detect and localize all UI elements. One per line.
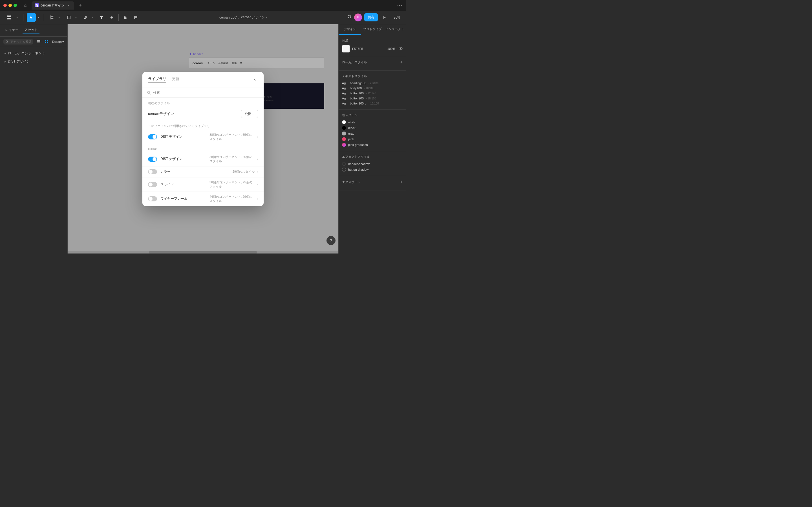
effect-styles-section: エフェクトスタイル header-shadow button-shadow <box>339 151 406 176</box>
fullscreen-button[interactable] <box>13 4 17 7</box>
new-tab-button[interactable]: + <box>77 1 84 9</box>
color-item-white[interactable]: white <box>342 119 403 125</box>
shape-tool-button[interactable] <box>64 13 73 22</box>
pen-tool-button[interactable] <box>81 13 90 22</box>
background-color-swatch[interactable] <box>342 45 350 53</box>
list-view-button[interactable] <box>35 38 42 45</box>
library-item-slide[interactable]: スライド 36個のコンポーネント, 25個のスタイル › <box>142 177 264 192</box>
component-tool-button[interactable] <box>107 13 116 22</box>
file-path: ceroan LLC / ceroanデザイン ▾ <box>219 15 267 20</box>
toggle-color[interactable] <box>148 169 157 174</box>
modal-close-button[interactable]: × <box>251 76 258 83</box>
design-chevron-icon: ▾ <box>62 40 64 44</box>
toggle-dist-active[interactable] <box>148 134 157 139</box>
svg-rect-6 <box>7 18 9 19</box>
modal-overlay[interactable]: ライブラリ 更新 × 現在のファイル <box>68 24 338 253</box>
user-avatar[interactable]: U <box>354 13 362 21</box>
toggle-slide[interactable] <box>148 182 157 187</box>
frame-tool-button[interactable] <box>47 13 56 22</box>
shape-dropdown[interactable]: ▾ <box>74 13 78 22</box>
color-name-pink-gradation: pink-gradation <box>348 143 368 147</box>
style-item-heading100[interactable]: Ag heading100 · 22/100 <box>342 80 403 86</box>
inspect-tab[interactable]: インスペクト <box>384 24 406 35</box>
hand-tool-button[interactable] <box>121 13 130 22</box>
close-button[interactable] <box>3 4 7 7</box>
canvas-area[interactable]: ✦ header ceroan チーム 会社概要 募集 ■ ✦ footer c… <box>68 24 338 253</box>
modal-tab-update[interactable]: 更新 <box>172 76 179 83</box>
color-item-pink[interactable]: pink <box>342 136 403 142</box>
comment-tool-button[interactable] <box>131 13 140 22</box>
design-dropdown[interactable]: Design ▾ <box>52 40 64 44</box>
share-button[interactable]: 共有 <box>364 13 378 21</box>
effect-item-header-shadow[interactable]: header-shadow <box>342 161 403 167</box>
modal-search-bar[interactable] <box>142 88 264 98</box>
add-style-button[interactable]: + <box>400 60 403 65</box>
zoom-display[interactable]: 30% <box>391 14 403 20</box>
layers-tab[interactable]: レイヤー <box>3 26 20 34</box>
library-item-dist[interactable]: DIST デザイン 38個のコンポーネント, 65個のスタイル › <box>142 152 264 166</box>
right-panel: デザイン プロトタイプ インスペクト 背景 F5F5F5 100% <box>338 24 406 253</box>
effect-item-button-shadow[interactable]: button-shadow <box>342 167 403 172</box>
visibility-icon[interactable] <box>399 47 403 51</box>
search-bar[interactable] <box>3 39 33 45</box>
color-dot-white <box>342 120 346 124</box>
play-button[interactable] <box>380 13 389 22</box>
background-opacity: 100% <box>388 47 395 50</box>
modal-search-icon <box>147 91 151 95</box>
pen-dropdown[interactable]: ▾ <box>91 13 95 22</box>
style-item-button200b[interactable]: Ag button200-b · 16/100 <box>342 101 403 106</box>
library-item-wireframe[interactable]: ワイヤーフレーム 44個のコンポーネント, 29個のスタイル › <box>142 192 264 206</box>
modal-tab-library[interactable]: ライブラリ <box>148 76 166 83</box>
lib-count-dist: 38個のコンポーネント, 65個のスタイル <box>209 155 255 163</box>
local-components-item[interactable]: ▶ ローカルコンポーネント <box>0 49 67 57</box>
tab-close-button[interactable]: × <box>66 3 71 8</box>
text-tool-button[interactable] <box>97 13 106 22</box>
tools-group: ▾ <box>3 13 21 22</box>
prototype-tab[interactable]: プロトタイプ <box>361 24 384 35</box>
style-detail-body100: · 16/180 <box>364 87 374 90</box>
toggle-dist[interactable] <box>148 157 157 162</box>
style-item-button100[interactable]: Ag button100 · 12/140 <box>342 91 403 96</box>
lib-count-color: 29個のスタイル <box>233 170 255 174</box>
color-styles-title: 色スタイル <box>342 113 403 117</box>
style-item-button200[interactable]: Ag button200 · 16/100 <box>342 96 403 101</box>
assets-tab[interactable]: アセット <box>22 26 40 34</box>
select-dropdown[interactable]: ▾ <box>36 13 40 22</box>
select-tool-button[interactable] <box>27 13 36 22</box>
style-item-body100[interactable]: Ag body100 · 16/180 <box>342 86 403 91</box>
grid-view-button[interactable] <box>43 38 50 45</box>
modal-tabs: ライブラリ 更新 <box>148 76 179 83</box>
style-ag-button200b: Ag <box>342 102 348 105</box>
minimize-button[interactable] <box>8 4 12 7</box>
dist-design-item[interactable]: ▶ DIST デザイン <box>0 57 67 66</box>
multi-tool-button[interactable] <box>4 13 13 22</box>
svg-rect-21 <box>37 40 40 41</box>
arrow-dropdown[interactable]: ▾ <box>14 13 20 22</box>
lib-name-dist: DIST デザイン <box>160 157 209 161</box>
design-tab[interactable]: デザイン <box>339 24 361 35</box>
color-item-gray[interactable]: gray <box>342 131 403 136</box>
headphones-icon[interactable] <box>347 14 352 20</box>
modal-header: ライブラリ 更新 × <box>142 72 264 88</box>
frame-dropdown[interactable]: ▾ <box>57 13 61 22</box>
publish-button[interactable]: 公開... <box>241 110 258 118</box>
menu-dots[interactable]: ··· <box>397 3 403 8</box>
file-name-dropdown[interactable]: ceroanデザイン ▾ <box>241 15 267 20</box>
color-styles-list: white black gray pink pink-gradation <box>342 119 403 148</box>
add-export-button[interactable]: + <box>400 179 403 184</box>
view-toggle <box>35 38 50 45</box>
color-item-black[interactable]: black <box>342 125 403 131</box>
active-tab[interactable]: ceroanデザイン × <box>32 1 74 10</box>
home-icon[interactable]: ⌂ <box>21 1 29 9</box>
background-section: 背景 F5F5F5 100% <box>339 35 406 56</box>
current-file-name: ceroanデザイン <box>148 111 241 116</box>
toggle-wireframe[interactable] <box>148 196 157 202</box>
toolbar-right: U 共有 30% <box>347 13 403 22</box>
color-item-pink-gradation[interactable]: pink-gradation <box>342 142 403 148</box>
modal-search-input[interactable] <box>153 91 259 95</box>
library-item-color[interactable]: カラー 29個のスタイル › <box>142 166 264 177</box>
lib-name-dist-active: DIST デザイン <box>160 134 209 139</box>
search-input[interactable] <box>10 40 31 43</box>
library-item-dist-active[interactable]: DIST デザイン 38個のコンポーネント, 65個のスタイル › <box>142 130 264 144</box>
svg-rect-23 <box>37 43 40 43</box>
